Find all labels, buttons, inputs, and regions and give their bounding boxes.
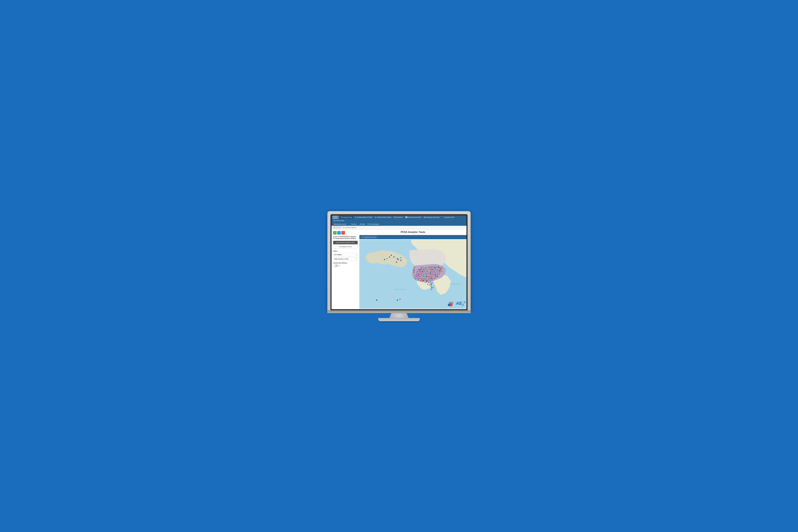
state-territory-filter-wrapper: State Territory or Tribe: [333, 257, 358, 261]
nav-item-drinking-water-ucmr[interactable]: 💧 Drinking Water (UCMR): [354, 216, 373, 218]
svg-point-12: [391, 291, 392, 292]
svg-point-81: [426, 272, 428, 273]
svg-point-39: [435, 266, 436, 267]
svg-point-62: [420, 271, 421, 271]
nav-item-industry-sectors[interactable]: 🏭 Industry Sectors: [333, 223, 347, 226]
svg-point-13: [393, 291, 394, 292]
svg-point-73: [439, 270, 440, 271]
svg-point-50: [426, 269, 427, 270]
nav-item-drinking-water-state[interactable]: 💧 Drinking Water (State): [374, 216, 392, 218]
nav-item-discharge-monitoring[interactable]: 🏭 Discharge Monitoring: [423, 216, 440, 218]
nav-item-environmental-media[interactable]: 📊 Environmental Media: [404, 216, 422, 218]
svg-point-156: [414, 276, 415, 277]
svg-point-67: [429, 271, 430, 272]
nav-item-spills[interactable]: 💦 Spills: [359, 223, 366, 226]
svg-point-94: [423, 274, 424, 275]
nav-item-production[interactable]: 🏭 Production: [393, 216, 404, 218]
legend-layers-button[interactable]: ⊞ Legend and Layers: [361, 236, 378, 239]
state-territory-select[interactable]: State Territory or Tribe: [333, 258, 358, 261]
nav-bar: EPA 🗺 Integrated Map 💧 Drinking Water (U…: [331, 215, 467, 226]
page-title: PFAS Analytic Tools: [359, 229, 467, 235]
svg-point-11: [390, 292, 391, 292]
svg-point-102: [437, 274, 438, 275]
nav-item-federal-sites[interactable]: 🏛 Federal Sites: [333, 220, 345, 222]
svg-point-14: [394, 291, 395, 292]
nav-item-superfund[interactable]: 📍 Superfund Sites: [441, 216, 455, 218]
svg-point-86: [435, 272, 436, 273]
breadcrumb-zoom-in[interactable]: +: [333, 226, 335, 229]
svg-point-76: [418, 273, 419, 274]
svg-point-87: [437, 272, 438, 273]
svg-point-140: [431, 282, 432, 283]
svg-point-34: [429, 267, 430, 268]
svg-point-23: [400, 257, 401, 258]
svg-point-44: [441, 267, 442, 268]
svg-point-16: [433, 286, 434, 288]
filter-info-button[interactable]: i: [337, 231, 341, 234]
map-toolbar: ⊞ Legend and Layers: [359, 235, 467, 239]
svg-point-31: [425, 267, 426, 268]
svg-point-60: [417, 271, 418, 271]
svg-point-119: [420, 278, 421, 279]
svg-point-38: [434, 267, 435, 268]
svg-point-15: [396, 292, 398, 293]
breadcrumb-back[interactable]: ‹: [339, 226, 341, 229]
breadcrumb-zoom-out[interactable]: −: [336, 226, 338, 229]
non-detects-toggle[interactable]: [333, 264, 338, 267]
svg-point-149: [431, 287, 432, 288]
svg-point-98: [430, 274, 431, 275]
north-pacific-label: North Pacific Ocean: [394, 288, 406, 290]
filter-t-button[interactable]: T: [333, 231, 337, 234]
svg-point-95: [424, 274, 425, 276]
spills-icon: 💦: [359, 223, 361, 225]
nav-item-integrated-map[interactable]: 🗺 Integrated Map: [340, 216, 353, 218]
svg-point-150: [431, 289, 432, 290]
svg-point-132: [424, 279, 425, 280]
filters-section: Filters: EPA Region State Territory or T…: [333, 250, 358, 261]
svg-point-111: [428, 276, 429, 277]
filter-alert-button[interactable]: !: [341, 231, 345, 234]
svg-point-160: [399, 299, 400, 300]
svg-point-51: [428, 269, 429, 270]
svg-point-120: [422, 278, 423, 279]
svg-point-123: [427, 278, 428, 279]
svg-point-135: [430, 280, 431, 281]
monitor-wrapper: EPA 🗺 Integrated Map 💧 Drinking Water (U…: [327, 211, 471, 321]
toggle-knob: [333, 265, 336, 267]
svg-point-100: [433, 274, 434, 275]
breadcrumb-text: No selections applied: [342, 227, 356, 228]
svg-point-63: [422, 271, 423, 272]
nav-row2: 🏭 Industry Sectors → Transfers 💦 Spills: [331, 223, 467, 226]
main-content: T i ! Scope of Drinking Water Samples fo…: [331, 229, 467, 309]
svg-point-84: [432, 272, 433, 273]
all-samples-button[interactable]: All Samples at PWS: [333, 245, 358, 248]
svg-point-46: [419, 269, 420, 270]
svg-point-79: [423, 272, 424, 273]
svg-point-6: [390, 271, 390, 271]
svg-point-68: [431, 271, 432, 271]
federal-icon: 🏛: [334, 220, 335, 222]
production-icon: 🏭: [394, 216, 396, 218]
breadcrumb-controls: + − ‹: [333, 226, 341, 229]
svg-point-40: [437, 267, 438, 268]
svg-point-22: [398, 259, 399, 260]
svg-point-49: [424, 269, 425, 270]
most-recent-sample-button[interactable]: Most Recent Sample at PWS: [333, 241, 358, 244]
nav-item-transfers[interactable]: → Transfers: [348, 223, 358, 226]
map-container[interactable]: North Pacific Ocean North Atlantic Ocean: [359, 239, 467, 309]
svg-point-56: [437, 269, 438, 270]
svg-point-138: [428, 282, 429, 283]
svg-point-151: [414, 267, 415, 268]
epa-region-select[interactable]: EPA Region: [333, 253, 358, 256]
svg-point-71: [436, 270, 437, 271]
svg-point-42: [439, 267, 440, 268]
svg-point-155: [414, 274, 415, 274]
stand-base: [378, 318, 420, 321]
svg-point-115: [435, 276, 436, 277]
map-icon: 🗺: [341, 216, 342, 218]
svg-point-93: [421, 274, 422, 276]
svg-point-97: [428, 274, 429, 275]
svg-point-57: [438, 268, 439, 269]
svg-point-64: [424, 271, 425, 271]
nav-item-toxic-releases[interactable]: ☢ Toxic Releases: [367, 223, 380, 226]
